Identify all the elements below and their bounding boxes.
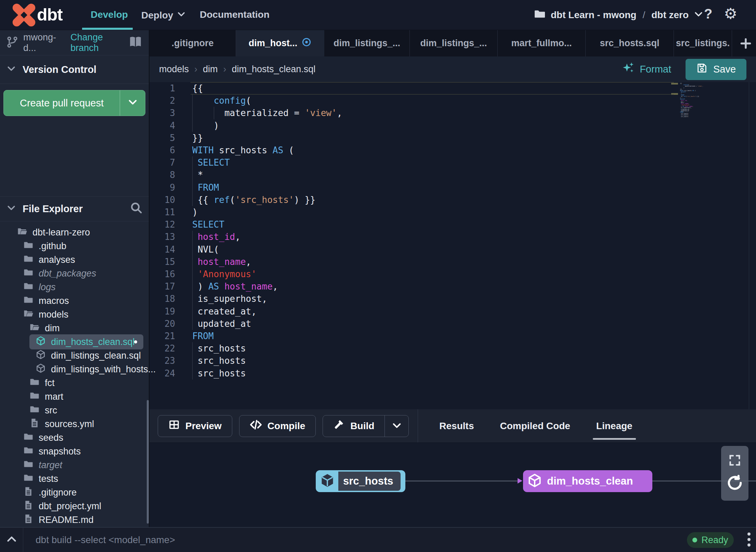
code-line-9[interactable]: 9 FROM (149, 181, 756, 194)
results-tab-compiled-code[interactable]: Compiled Code (487, 409, 583, 442)
build-dropdown-button[interactable] (384, 415, 408, 437)
nav-deploy[interactable]: Deploy (141, 9, 186, 21)
code-line-5[interactable]: 5}} (149, 132, 756, 144)
code-line-6[interactable]: 6WITH src_hosts AS ( (149, 144, 756, 156)
docs-book-icon[interactable] (128, 35, 143, 51)
code-line-16[interactable]: 16 'Anonymous' (149, 268, 756, 280)
code-line-21[interactable]: 21FROM (149, 330, 756, 342)
code-line-10[interactable]: 10 {{ ref('src_hosts') }} (149, 194, 756, 206)
kebab-menu-icon[interactable] (747, 532, 751, 547)
editor-tab-dim-listings-[interactable]: dim_listings_... (410, 30, 498, 56)
tree-item--gitignore[interactable]: .gitignore (0, 486, 149, 499)
tree-item-dbt-learn-zero[interactable]: dbt-learn-zero (0, 226, 149, 239)
build-button[interactable]: Build (323, 415, 384, 437)
lineage-canvas[interactable]: src_hostsdim_hosts_cleandim_listings_wit… (149, 442, 756, 527)
code-line-4[interactable]: 4 ) (149, 119, 756, 132)
environment-name: dbt zero (651, 10, 689, 21)
tree-item-dbt-project-yml[interactable]: dbt_project.yml (0, 499, 149, 513)
editor-tab-dim-host-[interactable]: dim_host... (236, 30, 324, 56)
tree-item-seeds[interactable]: seeds (0, 431, 149, 445)
change-branch-link[interactable]: Change branch (70, 32, 123, 53)
tree-item-dim-hosts-clean-sql[interactable]: dim_hosts_clean.sql (0, 335, 149, 349)
tree-item-macros[interactable]: macros (0, 294, 149, 308)
code-brackets-icon (250, 419, 262, 433)
file-icon (29, 418, 40, 431)
search-icon[interactable] (130, 201, 143, 217)
code-line-19[interactable]: 19 created_at, (149, 305, 756, 318)
format-button[interactable]: Format (621, 61, 671, 77)
editor-tab-dim-listings-[interactable]: dim_listings_... (324, 30, 410, 56)
code-line-1[interactable]: 1{{ (149, 82, 756, 94)
command-input[interactable]: dbt build --select <model_name> (36, 535, 175, 545)
tree-item-mart[interactable]: mart (0, 390, 149, 403)
nav-develop[interactable]: Develop (91, 9, 128, 20)
editor-tabbar: .gitignoredim_host...dim_listings_...dim… (149, 30, 756, 56)
results-tab-lineage[interactable]: Lineage (583, 409, 646, 442)
compile-button[interactable]: Compile (239, 415, 316, 437)
code-line-18[interactable]: 18 is_superhost, (149, 293, 756, 305)
preview-button[interactable]: Preview (158, 415, 232, 437)
new-tab-button[interactable] (735, 30, 756, 56)
breadcrumb-dim[interactable]: dim (203, 64, 218, 75)
code-line-13[interactable]: 13 host_id, (149, 231, 756, 243)
tree-item-src[interactable]: src (0, 403, 149, 417)
unsaved-indicator-icon (301, 37, 312, 50)
tree-item-fct[interactable]: fct (0, 376, 149, 390)
code-line-14[interactable]: 14 NVL( (149, 243, 756, 256)
file-explorer-header[interactable]: File Explorer (0, 197, 149, 221)
command-bar-expand-button[interactable] (0, 528, 23, 552)
code-editor[interactable]: {{ config( materialized = 'view', )}}WIT… (149, 82, 756, 409)
tree-item-dbt-packages[interactable]: dbt_packages (0, 267, 149, 280)
folder-icon (23, 267, 34, 280)
project-selector[interactable]: dbt Learn - mwong / dbt zero (534, 0, 704, 30)
save-button[interactable]: Save (686, 59, 746, 80)
code-line-20[interactable]: 20 updated_at (149, 318, 756, 330)
code-line-17[interactable]: 17 ) AS host_name, (149, 280, 756, 293)
tree-item-target[interactable]: target (0, 458, 149, 472)
code-line-23[interactable]: 23 src_hosts (149, 355, 756, 367)
tree-item-readme-md[interactable]: README.md (0, 513, 149, 527)
code-line-15[interactable]: 15 host_name, (149, 256, 756, 268)
active-line-highlight (191, 82, 674, 94)
editor-tab--gitignore[interactable]: .gitignore (149, 30, 236, 56)
tree-item-snapshots[interactable]: snapshots (0, 445, 149, 458)
tree-item-models[interactable]: models (0, 308, 149, 321)
code-line-2[interactable]: 2 config( (149, 94, 756, 107)
tree-item-tests[interactable]: tests (0, 472, 149, 486)
dbt-logo-icon[interactable] (13, 4, 35, 26)
tree-item-sources-yml[interactable]: sources.yml (0, 417, 149, 431)
tree-item-logs[interactable]: logs (0, 280, 149, 294)
refresh-icon[interactable] (726, 474, 744, 493)
code-line-7[interactable]: 7 SELECT (149, 156, 756, 169)
tree-item--github[interactable]: .github (0, 239, 149, 253)
fullscreen-icon[interactable] (728, 453, 742, 468)
code-line-12[interactable]: 12SELECT (149, 218, 756, 231)
code-text: ) (192, 119, 219, 132)
editor-tab-src-hosts-sql[interactable]: src_hosts.sql (586, 30, 674, 56)
create-pr-dropdown-button[interactable] (120, 90, 145, 116)
gear-icon[interactable]: ⚙ (724, 5, 737, 22)
tree-item-dim[interactable]: dim (0, 321, 149, 335)
tree-item-dim-listings-with-hosts-[interactable]: dim_listings_with_hosts... (0, 362, 149, 376)
lineage-node-dim-hosts-clean[interactable]: dim_hosts_clean (523, 470, 652, 492)
code-line-24[interactable]: 24 src_hosts (149, 367, 756, 380)
version-control-header[interactable]: Version Control (0, 55, 149, 84)
code-line-11[interactable]: 11) (149, 206, 756, 218)
code-text: }} (192, 132, 203, 144)
breadcrumb-models[interactable]: models (159, 64, 189, 75)
create-pull-request-button[interactable]: Create pull request (3, 90, 145, 116)
editor-tab-mart-fullmo-[interactable]: mart_fullmo... (498, 30, 586, 56)
code-line-22[interactable]: 22 src_hosts (149, 342, 756, 355)
help-icon[interactable]: ? (704, 6, 712, 22)
results-tab-results[interactable]: Results (426, 409, 487, 442)
sidebar-scrollbar[interactable] (147, 400, 149, 524)
editor-tab-src-listings-[interactable]: src_listings. (674, 30, 732, 56)
tree-item-dim-listings-clean-sql[interactable]: dim_listings_clean.sql (0, 349, 149, 362)
nav-documentation[interactable]: Documentation (200, 9, 270, 20)
tree-item-analyses[interactable]: analyses (0, 253, 149, 267)
code-text: WITH src_hosts AS ( (192, 144, 294, 156)
code-line-3[interactable]: 3 materialized = 'view', (149, 107, 756, 119)
lineage-node-src-hosts[interactable]: src_hosts (316, 470, 405, 492)
code-line-8[interactable]: 8 * (149, 169, 756, 181)
chevron-down-icon (6, 203, 16, 215)
